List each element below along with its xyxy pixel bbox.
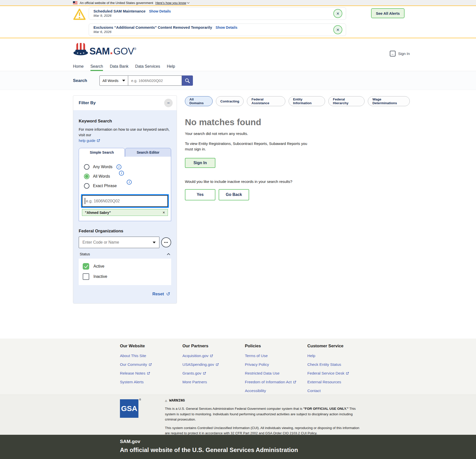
reset-filters-link[interactable]: Reset ↺ [80, 291, 170, 297]
nav-item-data-services[interactable]: Data Services [135, 62, 160, 71]
checkbox-active[interactable] [83, 263, 89, 270]
footer-link-accessibility[interactable]: Accessibility [245, 389, 296, 393]
chevron-up-icon[interactable] [167, 253, 170, 256]
remove-chip-icon[interactable]: × [163, 210, 165, 215]
footer-link-release-notes[interactable]: Release Notes [120, 371, 152, 376]
radio-any-words[interactable] [84, 164, 89, 170]
footer-link-foia[interactable]: Freedom of Information Act [245, 380, 296, 384]
external-link-icon [203, 372, 206, 375]
logo-sam-text: SAM [89, 46, 109, 57]
external-link-icon [97, 139, 100, 142]
pill-federal-hierarchy[interactable]: Federal Hierarchy [328, 96, 365, 106]
pill-entity-information[interactable]: Entity Information [289, 96, 325, 106]
external-link-icon [346, 372, 349, 375]
how-you-know-link[interactable]: Here's how you know [155, 1, 189, 5]
more-options-button[interactable]: ••• [161, 237, 171, 247]
gsa-registered-mark: ® [139, 398, 141, 401]
footer-heading: Customer Service [307, 344, 349, 349]
domain-filter-pills: All Domains Contracting Federal Assistan… [185, 96, 410, 106]
yes-button[interactable]: Yes [185, 189, 215, 200]
search-strip: Search All Words [0, 71, 476, 90]
site-header: ★ ★ ★ SAM ★ GOV ® ← Sign In [0, 39, 476, 62]
footer-site-title: SAM.gov [120, 439, 476, 444]
footer-link-system-alerts[interactable]: System Alerts [120, 380, 152, 384]
info-icon[interactable]: i [119, 171, 124, 176]
caret-down-icon [122, 80, 125, 81]
checkbox-inactive[interactable] [83, 273, 89, 280]
federal-organizations-select[interactable]: Enter Code or Name [79, 237, 159, 248]
simple-search-tab-panel: Any Words i All Words i Exact Phrase i [79, 157, 171, 221]
search-mode-select[interactable]: All Words [99, 75, 128, 86]
footer-site-subtitle: An official website of the U.S. General … [120, 447, 476, 454]
tab-simple-search[interactable]: Simple Search [79, 148, 125, 157]
gsa-logo: GSA [120, 399, 138, 418]
logo-star-icon: ★ [110, 51, 113, 55]
footer-link-grants-gov[interactable]: Grants.gov [182, 371, 219, 376]
radio-exact-phrase[interactable] [84, 183, 89, 189]
tab-search-editor[interactable]: Search Editor [125, 148, 171, 157]
footer-link-external-resources[interactable]: External Resources [307, 380, 349, 384]
info-icon[interactable]: i [127, 180, 132, 185]
footer-link-restricted-data-use[interactable]: Restricted Data Use [245, 371, 296, 376]
search-submit-button[interactable] [182, 75, 193, 86]
pill-wage-determinations[interactable]: Wage Determinations [368, 96, 410, 106]
footer-link-our-community[interactable]: Our Community [120, 362, 152, 367]
reset-icon: ↺ [166, 291, 170, 297]
close-alert-button[interactable]: × [333, 25, 342, 34]
radio-exact-phrase-label: Exact Phrase [93, 184, 117, 188]
keyword-search-input[interactable] [82, 195, 168, 207]
pill-contracting[interactable]: Contracting [216, 96, 244, 106]
alert-date: Mar 9, 2026 [93, 14, 331, 17]
footer-link-contact[interactable]: Contact [307, 389, 349, 393]
footer-link-federal-service-desk[interactable]: Federal Service Desk [307, 371, 349, 376]
radio-all-words[interactable] [84, 174, 89, 179]
alert-title: Exclusions “Additional Comments” Content… [93, 25, 212, 29]
collapse-filters-button[interactable]: − [164, 99, 173, 107]
show-details-link[interactable]: Show Details [216, 25, 237, 29]
pill-all-domains[interactable]: All Domains [185, 96, 213, 106]
see-all-alerts-button[interactable]: See All Alerts [371, 8, 405, 18]
external-link-icon [147, 372, 150, 375]
footer-link-acquisition-gov[interactable]: Acquisition.gov [182, 354, 219, 358]
top-search-input[interactable] [128, 75, 182, 86]
warning-paragraph-2: This system contains Controlled Unclassi… [165, 425, 365, 436]
external-link-icon [210, 354, 213, 358]
info-icon[interactable]: i [116, 164, 121, 169]
footer-link-help[interactable]: Help [307, 354, 349, 358]
nav-item-home[interactable]: Home [73, 62, 84, 71]
footer-link-more-partners[interactable]: More Partners [182, 380, 219, 384]
sam-gov-logo[interactable]: ★ ★ ★ SAM ★ GOV ® [73, 42, 136, 57]
status-options-box: Active Inactive [79, 259, 171, 285]
us-flag-icon [73, 1, 77, 4]
keyword-chip-label: "Ahmed Sabry" [85, 211, 111, 215]
footer-link-terms-of-use[interactable]: Terms of Use [245, 354, 296, 358]
filter-panel-title: Filter By [79, 100, 96, 105]
search-results: All Domains Contracting Federal Assistan… [185, 96, 410, 200]
gov-banner-text: An official website of the United States… [80, 1, 153, 5]
go-back-button[interactable]: Go Back [219, 189, 249, 200]
inactive-records-question: Would you like to include inactive recor… [185, 179, 410, 184]
sign-in-notice: To view Entity Registrations, Subcontrac… [185, 141, 310, 152]
chevron-down-icon [187, 1, 190, 3]
keyword-search-tabs: Simple Search Search Editor [79, 148, 171, 157]
pill-federal-assistance[interactable]: Federal Assistance [247, 96, 285, 106]
svg-text:★: ★ [80, 52, 82, 55]
text-cursor [85, 198, 85, 204]
sign-in-button[interactable]: Sign In [185, 158, 215, 168]
help-guide-link[interactable]: help guide [79, 138, 100, 143]
gsa-warning-strip: GSA ® ⚠ WARNING This is a U.S. General S… [0, 395, 476, 435]
external-link-icon [293, 381, 296, 384]
footer-link-about-this-site[interactable]: About This Site [120, 354, 152, 358]
nav-item-help[interactable]: Help [167, 62, 175, 71]
close-icon: × [336, 27, 339, 33]
show-details-link[interactable]: Show Details [149, 9, 171, 13]
nav-item-data-bank[interactable]: Data Bank [110, 62, 128, 71]
footer-link-privacy-policy[interactable]: Privacy Policy [245, 362, 296, 367]
footer-heading: Our Website [120, 344, 152, 349]
footer-link-check-entity-status[interactable]: Check Entity Status [307, 362, 349, 367]
header-sign-in-link[interactable]: ← Sign In [390, 51, 410, 56]
close-alert-button[interactable]: × [333, 9, 342, 18]
nav-item-search[interactable]: Search [90, 62, 103, 71]
gov-banner: An official website of the United States… [0, 0, 476, 6]
footer-link-usaspending-gov[interactable]: USASpending.gov [182, 362, 219, 367]
